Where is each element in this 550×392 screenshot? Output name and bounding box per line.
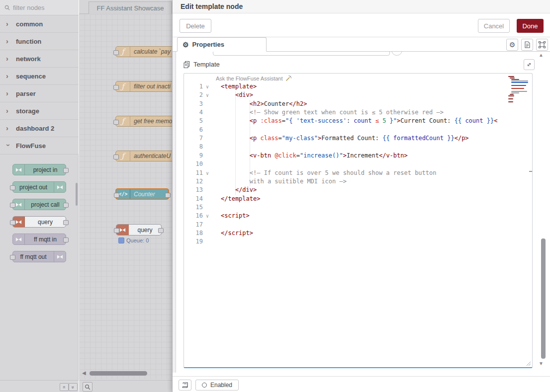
delete-button[interactable]: Delete <box>180 19 211 33</box>
queue-status-badge: Queue: 0 <box>118 237 149 243</box>
tab-properties[interactable]: ⚙ Properties <box>177 37 267 52</box>
minimap-row <box>508 94 528 95</box>
palette-category-sequence[interactable]: ›sequence <box>0 68 79 85</box>
minimap-bar <box>511 85 526 86</box>
palette-expand-all-button[interactable]: » <box>69 383 78 391</box>
tray-bottom-bar: Enabled <box>173 376 550 392</box>
node-output-port[interactable] <box>63 168 69 173</box>
palette-category-dashboard-2[interactable]: ›dashboard 2 <box>0 120 79 137</box>
workspace-zoom-button[interactable] <box>83 382 92 392</box>
code-line-3[interactable]: <h2>Counter</h2> <box>221 100 307 108</box>
description-button[interactable] <box>521 39 533 51</box>
node-settings-button[interactable]: ⚙ <box>506 39 518 51</box>
node-output-port[interactable] <box>165 193 171 198</box>
palette-category-label: dashboard 2 <box>16 125 54 132</box>
palette-category-function[interactable]: ›function <box>0 33 79 50</box>
template-code-editor[interactable]: Ask the FlowFuse Assistant 1∨<template>2… <box>183 73 533 368</box>
code-line-9[interactable]: <v-btn @click="increase()">Increment</v-… <box>221 152 408 160</box>
flow-node-counter[interactable]: </>Counter <box>115 188 169 200</box>
palette-node-project-out[interactable]: project out <box>12 181 66 193</box>
node-output-port[interactable] <box>63 237 69 242</box>
code-token: <p <box>250 117 257 124</box>
flow-node-filter-out-inacti[interactable]: ƒfilter out inacti <box>115 81 172 92</box>
code-token: }" <box>386 117 397 124</box>
node-input-port[interactable] <box>113 120 119 125</box>
palette-category-parser[interactable]: ›parser <box>0 85 79 102</box>
code-token: </p> <box>455 135 469 142</box>
code-token: </h2> <box>289 100 307 107</box>
node-input-port[interactable] <box>113 155 119 159</box>
palette-node-label: project out <box>13 182 54 192</box>
minimap-bar <box>511 79 519 80</box>
flowfuse-node-icon <box>119 227 126 233</box>
node-input-port[interactable] <box>10 203 15 208</box>
cancel-button[interactable]: Cancel <box>478 19 510 33</box>
tray-title: Edit template node <box>173 0 550 13</box>
flow-node-calculate-pay[interactable]: ƒcalculate `pay <box>115 46 172 57</box>
code-token: </v-btn> <box>379 152 408 159</box>
fold-chevron-icon[interactable]: ∨ <box>206 82 213 91</box>
tray-resize-handle[interactable] <box>173 52 176 373</box>
palette-category-flowfuse[interactable]: ›FlowFuse <box>0 137 79 155</box>
chevron-right-icon: › <box>6 20 10 28</box>
palette-node-project-call[interactable]: project call <box>12 199 66 210</box>
code-line-7[interactable]: <p class="my-class">Formatted Count: {{ … <box>221 134 469 143</box>
code-line-14[interactable]: </template> <box>221 195 260 203</box>
editor-expand-button[interactable] <box>524 59 535 70</box>
name-field-clipped[interactable] <box>213 52 390 56</box>
palette-category-common[interactable]: ›common <box>0 15 79 33</box>
palette-node-ff-mqtt-out[interactable]: ff mqtt out <box>12 251 66 262</box>
code-line-1[interactable]: <template> <box>221 82 257 91</box>
line-number: 1 <box>184 82 203 91</box>
node-input-port[interactable] <box>10 255 15 260</box>
docs-button[interactable] <box>179 380 191 391</box>
palette-scrollbar-thumb[interactable] <box>76 183 78 206</box>
fold-chevron-icon[interactable]: ∨ <box>206 212 213 220</box>
palette-node-ff-mqtt-in[interactable]: ff mqtt in <box>12 234 66 245</box>
code-line-16[interactable]: <script> <box>221 212 250 220</box>
code-line-11[interactable]: <!— If count is over 5 we should show a … <box>221 169 436 177</box>
flow-node-authenticateu[interactable]: ƒauthenticateU <box>115 151 172 161</box>
tray-scrollbar-thumb[interactable] <box>541 238 546 359</box>
done-button[interactable]: Done <box>517 19 544 33</box>
appearance-button[interactable] <box>536 39 548 51</box>
code-line-5[interactable]: <p :class="{ 'text-success': count ≤ 5 }… <box>221 117 497 125</box>
node-input-port[interactable] <box>113 85 119 90</box>
code-line-2[interactable]: <div> <box>221 91 253 99</box>
code-line-18[interactable]: </script> <box>221 229 253 237</box>
editor-minimap[interactable] <box>508 76 528 103</box>
clipped-toggle[interactable] <box>391 52 402 56</box>
palette-node-query[interactable]: query <box>12 216 66 228</box>
node-output-port[interactable] <box>63 203 69 208</box>
palette-collapse-all-button[interactable]: » <box>60 383 69 391</box>
editor-resize-grip[interactable] <box>525 360 531 366</box>
code-line-4[interactable]: <!— Show green text when count is ≤ 5 ot… <box>221 108 444 117</box>
assistant-hint[interactable]: Ask the FlowFuse Assistant <box>216 75 292 81</box>
node-input-port[interactable] <box>113 50 119 55</box>
enabled-toggle-button[interactable]: Enabled <box>195 380 239 391</box>
palette-category-storage[interactable]: ›storage <box>0 102 79 120</box>
node-input-port[interactable] <box>10 220 15 225</box>
tray-scroll-down-icon[interactable]: ▼ <box>539 361 544 366</box>
palette-node-project-in[interactable]: project in <box>12 164 66 175</box>
code-token: = <box>282 117 285 124</box>
fold-chevron-icon[interactable]: ∨ <box>206 91 213 99</box>
node-output-port[interactable] <box>63 220 69 225</box>
flow-node-query[interactable]: query <box>116 224 162 235</box>
node-input-port[interactable] <box>114 228 119 233</box>
palette-category-network[interactable]: ›network <box>0 50 79 68</box>
palette-search-input[interactable]: filter nodes <box>0 0 79 15</box>
tray-scroll-up-icon[interactable]: ▲ <box>539 52 544 58</box>
flow-node-get-free-memo[interactable]: ƒget free memo <box>115 116 172 127</box>
node-output-port[interactable] <box>158 228 164 233</box>
hscroll-left-arrow-icon[interactable]: ◀ <box>82 370 86 376</box>
fold-chevron-icon[interactable]: ∨ <box>206 169 213 177</box>
node-input-port[interactable] <box>114 193 119 198</box>
code-line-13[interactable]: </div> <box>221 186 257 194</box>
form-scrolled-region <box>173 52 550 59</box>
hscroll-thumb[interactable] <box>90 371 147 376</box>
flow-tab[interactable]: FF Assistant Showcase <box>89 1 172 14</box>
node-input-port[interactable] <box>10 185 15 190</box>
code-token: <h2> <box>250 100 264 107</box>
code-line-12[interactable]: with a suitible MDI icon —> <box>221 177 347 186</box>
